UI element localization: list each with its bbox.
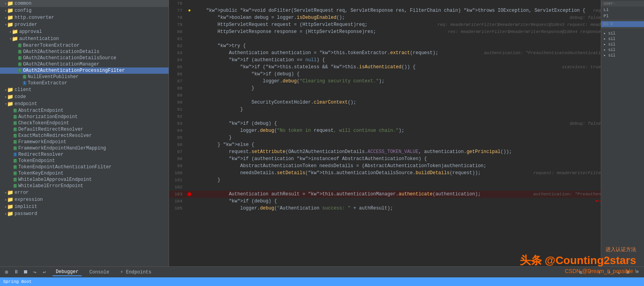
tree-item-OAuth2AuthenticationProcessingFilter[interactable]: COAuth2AuthenticationProcessingFilter <box>0 67 169 74</box>
code-line-94: 94 logger.debug("No token in request, wi… <box>169 127 601 134</box>
line-hint-100: request: HeaderWriterFilte <box>533 169 601 177</box>
code-line-82: 82 "kw">try { <box>169 42 601 49</box>
right-section-title-di[interactable]: Di D <box>601 21 644 27</box>
tree-item-OAuth2AuthenticationManager[interactable]: COAuth2AuthenticationManager <box>0 61 169 67</box>
tree-item-expression[interactable]: ▸ 📁expression <box>0 196 169 203</box>
tree-item-endpoint[interactable]: ▾ 📁endpoint <box>0 100 169 107</box>
icon-btn-r6[interactable]: ⊞ <box>624 269 631 276</box>
right-item-li[interactable]: Li <box>601 7 644 13</box>
code-line-85: 85 "kw">if ("kw">this.stateless && "kw">… <box>169 64 601 71</box>
icon-btn-r4[interactable]: ↗ <box>605 269 613 276</box>
code-line-91: 91 } <box>169 106 601 113</box>
line-number-91: 91 <box>169 106 185 113</box>
tree-item-TokenKeyEndpoint[interactable]: CTokenKeyEndpoint <box>0 170 169 177</box>
line-hint-79: req: HeaderWriterFilter$HeaderWriterRequ… <box>437 21 601 28</box>
tree-item-password[interactable]: ▸ 📁password <box>0 210 169 217</box>
line-number-98: 98 <box>169 155 185 162</box>
line-code-100: needsDetails.setDetails("kw">this.authen… <box>193 169 530 177</box>
icon-btn-r1[interactable]: ⇅ <box>577 269 584 276</box>
tab-debugger[interactable]: Debugger <box>53 268 82 276</box>
code-line-88: 88 } <box>169 85 601 92</box>
right-panel-items: ▸ sil ▸ sil ▸ sil ▸ sil ▸ sil <box>601 30 644 59</box>
tree-item-TokenExtractor[interactable]: ITokenExtractor <box>0 80 169 86</box>
tree-item-OAuth2AuthenticationDetailsSource[interactable]: COAuth2AuthenticationDetailsSource <box>0 55 169 61</box>
tree-item-common[interactable]: ▸ 📁common <box>0 0 169 7</box>
tab-console[interactable]: Console <box>86 269 112 276</box>
tree-item-client[interactable]: ▸ 📁client <box>0 86 169 93</box>
line-code-85: "kw">if ("kw">this.stateless && "kw">thi… <box>193 64 559 71</box>
icon-btn-2[interactable]: ⏸ <box>13 269 20 276</box>
tree-item-approval[interactable]: ▸ 📁approval <box>0 28 169 35</box>
code-line-89: 89 <box>169 92 601 99</box>
line-code-97: request.setAttribute(OAuth2Authenticatio… <box>193 148 601 155</box>
icon-btn-r7[interactable]: ≡ <box>634 269 641 276</box>
line-code-82: "kw">try { <box>193 42 601 49</box>
tree-item-implicit[interactable]: ▸ 📁implicit <box>0 203 169 210</box>
tree-item-TokenEndpointAuthenticationFilter[interactable]: CTokenEndpointAuthenticationFilter <box>0 164 169 170</box>
tree-item-NullEventPublisher[interactable]: CNullEventPublisher <box>0 74 169 80</box>
line-hint-103: authentication: "PreAuthen <box>533 191 601 198</box>
line-code-77: "kw">public "kw">void doFilter(ServletRe… <box>193 7 590 14</box>
tree-item-OAuth2AuthenticationDetails[interactable]: COAuth2AuthenticationDetails <box>0 49 169 55</box>
tree-item-CheckTokenEndpoint[interactable]: CCheckTokenEndpoint <box>0 120 169 126</box>
tree-item-ExactMatchRedirectResolver[interactable]: CExactMatchRedirectResolver <box>0 133 169 139</box>
icon-btn-5[interactable]: ↩ <box>41 269 48 276</box>
line-gutter-77: ● <box>185 7 193 14</box>
line-code-96: } "kw">else { <box>193 141 601 148</box>
right-section-di: Di D <box>601 20 644 28</box>
code-line-98: 98 "kw">if (authentication "kw">instance… <box>169 155 601 162</box>
icon-btn-r2[interactable]: ↑ <box>587 269 594 276</box>
line-number-92: 92 <box>169 113 185 120</box>
line-code-91: } <box>193 106 601 113</box>
tree-item-AuthorizationEndpoint[interactable]: CAuthorizationEndpoint <box>0 114 169 120</box>
code-line-102: 102 <box>169 184 601 191</box>
code-line-87: 87 logger.debug("Clearing security conte… <box>169 78 601 85</box>
tree-item-AbstractEndpoint[interactable]: CAbstractEndpoint <box>0 107 169 114</box>
line-code-93: "kw">if (debug) { <box>193 120 567 127</box>
line-number-103: 103 <box>169 191 185 198</box>
line-hint-77: req <box>593 7 601 14</box>
tree-item-error[interactable]: ▸ 📁error <box>0 189 169 196</box>
code-line-100: 100 needsDetails.setDetails("kw">this.au… <box>169 169 601 177</box>
tree-item-FrameworkEndpoint[interactable]: CFrameworkEndpoint <box>0 139 169 145</box>
tree-item-provider[interactable]: ▾ 📁provider <box>0 21 169 28</box>
line-number-84: 84 <box>169 56 185 64</box>
code-line-90: 90 SecurityContextHolder.clearContext(); <box>169 99 601 106</box>
code-line-83: 83 Authentication authentication = "kw">… <box>169 49 601 56</box>
icon-btn-4[interactable]: ↪ <box>31 269 39 276</box>
tree-item-config[interactable]: ▸ 📁config <box>0 7 169 14</box>
tree-item-FrameworkEndpointHandlerMapping[interactable]: CFrameworkEndpointHandlerMapping <box>0 145 169 151</box>
code-line-97: 97 request.setAttribute(OAuth2Authentica… <box>169 148 601 155</box>
tree-item-RedirectResolver[interactable]: IRedirectResolver <box>0 151 169 158</box>
main-area: ▸ 📁common▸ 📁config▸ 📁http.converter▾ 📁pr… <box>0 0 644 266</box>
line-number-99: 99 <box>169 162 185 169</box>
tree-item-authentication[interactable]: ▾ 📁authentication <box>0 35 169 42</box>
tree-item-code[interactable]: ▸ 📁code <box>0 93 169 100</box>
line-code-88: } <box>193 85 601 92</box>
tree-item-http.converter[interactable]: ▸ 📁http.converter <box>0 14 169 21</box>
line-number-85: 85 <box>169 64 185 71</box>
line-code-103: Authentication authResult = "kw">this.au… <box>193 191 530 198</box>
code-line-78: 78 "kw">boolean debug = logger.isDebugEn… <box>169 14 601 21</box>
tab-endpoints[interactable]: ⚡ Endpoints <box>117 268 154 276</box>
icon-btn-r5[interactable]: ↘ <box>615 269 622 276</box>
line-number-87: 87 <box>169 78 185 85</box>
icon-btn-3[interactable]: ⏹ <box>22 269 29 276</box>
code-line-86: 86 "kw">if (debug) { <box>169 71 601 78</box>
line-number-96: 96 <box>169 141 185 148</box>
line-number-89: 89 <box>169 92 185 99</box>
icon-btn-1[interactable]: ⊞ <box>3 269 10 276</box>
line-number-100: 100 <box>169 169 185 177</box>
tree-item-WhitelabelApprovalEndpoint[interactable]: CWhitelabelApprovalEndpoint <box>0 177 169 183</box>
code-line-103: 103 Authentication authResult = "kw">thi… <box>169 191 601 198</box>
icon-btn-r3[interactable]: ↓ <box>596 269 603 276</box>
tree-item-WhitelabelErrorEndpoint[interactable]: CWhitelabelErrorEndpoint <box>0 183 169 189</box>
line-code-80: HttpServletResponse response = (HttpServ… <box>193 28 445 35</box>
right-item-pl[interactable]: Pl <box>601 13 644 19</box>
code-line-92: 92 <box>169 113 601 120</box>
code-content[interactable]: 7677● "kw">public "kw">void doFilter(Ser… <box>169 0 601 266</box>
tree-item-TokenEndpoint[interactable]: CTokenEndpoint <box>0 158 169 164</box>
line-code-95: } <box>193 134 601 141</box>
tree-item-DefaultRedirectResolver[interactable]: CDefaultRedirectResolver <box>0 126 169 133</box>
tree-item-BearerTokenExtractor[interactable]: CBearerTokenExtractor <box>0 42 169 49</box>
